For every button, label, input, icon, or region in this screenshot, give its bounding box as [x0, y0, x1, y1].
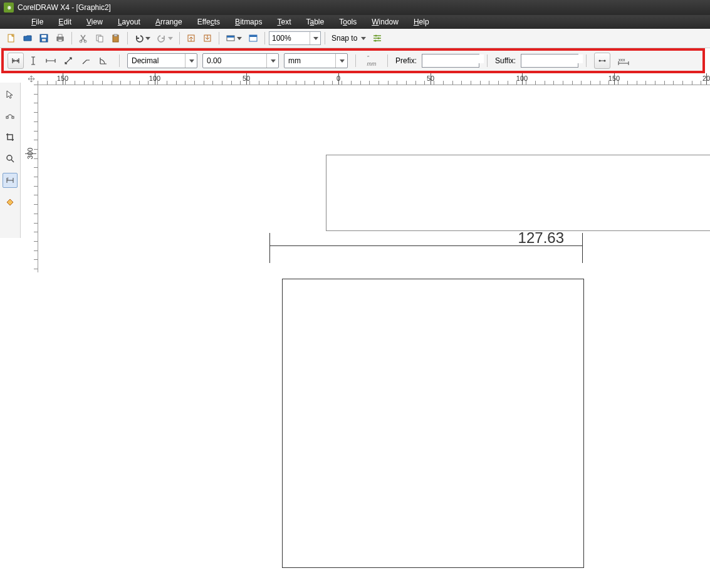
svg-rect-2 [41, 35, 46, 38]
svg-rect-26 [12, 116, 14, 118]
property-bar: Decimal 0.00 mm "mm Prefix: Suffix: xxx [1, 48, 705, 73]
redo-dropdown-icon[interactable] [168, 37, 173, 40]
slanted-dimension-tool-button[interactable] [60, 53, 76, 69]
svg-point-20 [378, 38, 380, 39]
angular-dimension-tool-button[interactable] [95, 53, 112, 69]
save-button[interactable] [36, 31, 51, 46]
suffix-input[interactable] [521, 54, 583, 63]
zoom-tool[interactable] [3, 152, 17, 165]
snap-to-dropdown[interactable]: Snap to [329, 34, 368, 43]
open-button[interactable] [20, 31, 35, 46]
workspace: I 1501005005010015020 300 [0, 73, 710, 588]
dimension-tool[interactable]: I [3, 173, 18, 188]
menu-text[interactable]: Text [271, 16, 297, 28]
app-title: CorelDRAW X4 - [Graphic2] [18, 3, 111, 12]
ruler-origin-corner[interactable] [25, 73, 38, 85]
menu-edit[interactable]: Edit [52, 16, 78, 28]
app-launcher-button[interactable] [223, 31, 244, 46]
paste-button[interactable] [108, 31, 123, 46]
vertical-dimension-tool-button[interactable] [25, 53, 41, 69]
auto-dimension-tool-button[interactable] [8, 53, 24, 69]
menu-effects[interactable]: Effects [191, 16, 226, 28]
new-button[interactable] [4, 31, 19, 46]
toolbox: I [0, 83, 21, 238]
svg-point-27 [7, 155, 12, 160]
menu-tools[interactable]: Tools [333, 16, 363, 28]
svg-rect-12 [114, 34, 117, 36]
dimension-units-combobox[interactable]: mm [284, 53, 348, 68]
pick-tool[interactable] [3, 88, 17, 101]
dimension-style-combobox[interactable]: Decimal [127, 53, 197, 68]
dimension-style-dropdown-icon[interactable] [185, 54, 197, 68]
dynamic-dimensioning-button[interactable] [594, 53, 610, 69]
prefix-input[interactable] [422, 54, 484, 63]
svg-point-21 [375, 40, 377, 42]
menu-bitmaps[interactable]: Bitmaps [229, 16, 268, 28]
snap-to-label: Snap to [332, 34, 357, 43]
show-units-button[interactable]: "mm [363, 53, 380, 69]
dimension-precision-value: 0.00 [203, 56, 225, 65]
dimension-units-dropdown-icon[interactable] [335, 54, 347, 68]
dimension-style-value: Decimal [128, 56, 162, 65]
undo-button[interactable] [132, 31, 153, 46]
options-button[interactable] [370, 31, 385, 46]
snap-dropdown-icon[interactable] [361, 37, 366, 40]
text-position-dropdown-button[interactable]: xxx [615, 53, 632, 69]
horizontal-dimension-tool-button[interactable] [43, 53, 59, 69]
dimension-precision-combobox[interactable]: 0.00 [202, 53, 279, 68]
svg-point-19 [375, 35, 377, 37]
shape-tool[interactable] [3, 109, 17, 123]
menu-view[interactable]: View [80, 16, 109, 28]
svg-rect-16 [227, 36, 234, 38]
dimension-precision-dropdown-icon[interactable] [266, 54, 278, 68]
horizontal-ruler[interactable]: 1501005005010015020 [38, 73, 710, 85]
svg-rect-6 [58, 39, 62, 41]
vertical-ruler[interactable]: 300 [25, 85, 38, 272]
dimension-type-group [8, 53, 112, 69]
menu-window[interactable]: Window [365, 16, 405, 28]
export-button[interactable] [200, 31, 215, 46]
suffix-input-wrap [521, 54, 578, 68]
zoom-level-input[interactable] [269, 34, 310, 43]
zoom-dropdown-icon[interactable] [310, 32, 320, 44]
svg-rect-25 [6, 116, 8, 118]
redo-button[interactable] [154, 31, 175, 46]
svg-rect-18 [249, 35, 257, 37]
welcome-screen-button[interactable] [246, 31, 261, 46]
zoom-level-combobox[interactable] [269, 31, 321, 45]
svg-rect-5 [58, 34, 62, 37]
print-button[interactable] [53, 31, 68, 46]
dimension-units-value: mm [285, 56, 305, 65]
suffix-label: Suffix: [495, 56, 516, 65]
import-button[interactable] [184, 31, 199, 46]
undo-dropdown-icon[interactable] [145, 37, 150, 40]
prefix-label: Prefix: [395, 56, 417, 65]
copy-button[interactable] [92, 31, 107, 46]
svg-rect-10 [98, 36, 103, 42]
cut-button[interactable] [76, 31, 91, 46]
crop-tool[interactable] [3, 130, 17, 144]
menu-layout[interactable]: Layout [112, 16, 147, 28]
menu-help[interactable]: Help [407, 16, 436, 28]
app-icon: ⨳ [4, 3, 14, 13]
menu-bar: File Edit View Layout Arrange Effects Bi… [0, 15, 710, 29]
svg-text:xxx: xxx [619, 58, 625, 62]
app-launcher-dropdown-icon[interactable] [237, 37, 242, 40]
menu-file[interactable]: File [25, 16, 50, 28]
drawing-page [326, 155, 710, 231]
menu-arrange[interactable]: Arrange [149, 16, 189, 28]
callout-tool-button[interactable] [78, 53, 94, 69]
prefix-input-wrap [422, 54, 479, 68]
svg-text:I: I [8, 177, 9, 180]
smart-fill-tool[interactable] [3, 195, 17, 209]
standard-toolbar: Snap to [0, 29, 710, 48]
svg-rect-3 [42, 39, 46, 41]
title-bar: ⨳ CorelDRAW X4 - [Graphic2] [0, 0, 710, 15]
menu-table[interactable]: Table [300, 16, 330, 28]
svg-point-23 [604, 60, 606, 62]
